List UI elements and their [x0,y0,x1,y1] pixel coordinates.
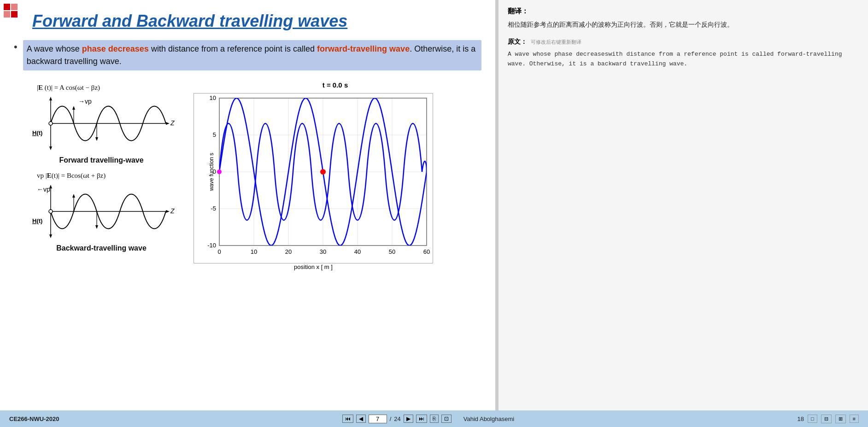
svg-marker-23 [49,234,52,238]
view-fit-button[interactable]: ⊞ [835,415,846,423]
svg-marker-6 [166,122,170,125]
translation-chinese: 相位随距参考点的距离而减小的波称为正向行波。否则，它就是一个反向行波。 [508,19,859,30]
logo [4,4,18,19]
bullet-dot: • [14,41,18,53]
status-bar: CE266-NWU-2020 ⏮ ◀ 7 / 24 ▶ ⏭ ⎘ ⊡ Vahid … [0,410,868,427]
original-text: A wave whose phase decreaseswith distanc… [508,50,859,69]
svg-text:wave function s: wave function s [208,153,215,192]
forward-equation: |E (t)| = A cos(ωt − βz) [37,83,100,92]
forward-travelling-text: forward-travelling wave [317,44,410,53]
svg-marker-16 [95,137,98,141]
svg-marker-29 [95,225,98,229]
forward-wave-svg: →vp Z H(t) [23,94,180,153]
page-number: 18 [797,415,803,422]
phase-decreases: phase decreases [82,44,149,53]
bullet-prefix: A wave whose [27,44,82,53]
wave-chart-svg: 10 5 0 -5 -10 0 10 20 30 40 50 60 [194,94,434,264]
svg-text:10: 10 [251,248,257,255]
status-right: 18 □ ⊟ ⊞ ≡ [797,415,859,423]
svg-point-25 [49,210,53,213]
nav-first-button[interactable]: ⏮ [342,415,353,423]
slide-area: Forward and Backward travelling waves • … [0,0,495,410]
svg-marker-27 [72,194,75,198]
svg-rect-2 [4,11,10,18]
svg-marker-19 [166,210,170,213]
red-dot [320,169,326,175]
page-separator: / [390,415,392,422]
status-center: ⏮ ◀ 7 / 24 ▶ ⏭ ⎘ ⊡ Vahid Abolghasemi [342,415,514,423]
svg-text:40: 40 [354,248,361,255]
svg-rect-1 [11,4,18,10]
backward-wave-label: Backward-travelling wave [56,244,147,252]
svg-marker-10 [49,146,52,150]
bullet-section: • A wave whose phase decreases with dist… [14,40,481,70]
translation-panel: 翻译： 相位随距参考点的距离而减小的波称为正向行波。否则，它就是一个反向行波。 … [497,0,868,410]
svg-text:5: 5 [213,131,216,138]
svg-text:0: 0 [217,248,221,255]
bullet-text: A wave whose phase decreases with distan… [23,40,481,70]
original-hint: 可修改后右键重新翻译 [531,39,581,45]
svg-text:20: 20 [285,248,292,255]
chart-col: t = 0.0 s [194,79,481,410]
translation-header: 翻译： [508,7,859,16]
magenta-dot [217,170,222,174]
svg-text:←vp: ←vp [37,186,50,193]
backward-equation: vp |E(t)| = Bcos(ωt + βz) [37,171,106,180]
backward-diagram: vp |E(t)| = Bcos(ωt + βz) ←vp Z [23,171,180,252]
chart-x-label: position x [ m ] [194,263,433,270]
svg-text:→vp: →vp [78,98,92,105]
svg-text:60: 60 [423,248,430,255]
nav-fit-button[interactable]: ⊡ [441,415,452,423]
svg-rect-3 [11,11,18,18]
nav-next-button[interactable]: ▶ [404,415,413,423]
diagrams-col: |E (t)| = A cos(ωt − βz) →vp Z [14,79,189,410]
svg-text:50: 50 [389,248,395,255]
slide-title: Forward and Backward travelling waves [32,12,481,31]
status-course: CE266-NWU-2020 [9,415,59,422]
svg-text:-5: -5 [211,205,216,212]
svg-text:H(t): H(t) [32,217,42,224]
svg-marker-14 [72,106,75,110]
nav-prev-button[interactable]: ◀ [356,415,366,423]
svg-text:10: 10 [210,94,216,101]
page-total: 24 [394,415,400,422]
svg-rect-0 [4,4,10,10]
svg-text:Z: Z [170,207,175,215]
svg-text:H(t): H(t) [32,129,42,136]
chart-title: t = 0.0 s [194,81,477,89]
svg-text:Z: Z [170,119,175,127]
backward-wave-svg: ←vp Z H(t) [23,181,180,241]
svg-text:30: 30 [320,248,326,255]
view-single-button[interactable]: □ [808,415,817,423]
page-input[interactable]: 7 [369,415,387,423]
svg-text:-10: -10 [207,242,216,249]
view-grid-button[interactable]: ⊟ [821,415,832,423]
nav-last-button[interactable]: ⏭ [416,415,427,423]
forward-wave-label: Forward travelling-wave [59,156,143,164]
forward-diagram: |E (t)| = A cos(ωt − βz) →vp Z [23,83,180,164]
center-author: Vahid Abolghasemi [463,415,514,422]
svg-marker-9 [49,97,52,100]
original-label: 原文： 可修改后右键重新翻译 [508,38,581,45]
chart-container: 10 5 0 -5 -10 0 10 20 30 40 50 60 [194,93,433,263]
svg-point-12 [49,122,53,125]
bullet-middle: with distance from a reference point is … [149,44,317,53]
content-row: |E (t)| = A cos(ωt − βz) →vp Z [14,79,481,410]
view-more-button[interactable]: ≡ [850,415,859,423]
nav-copy-button[interactable]: ⎘ [430,415,439,423]
